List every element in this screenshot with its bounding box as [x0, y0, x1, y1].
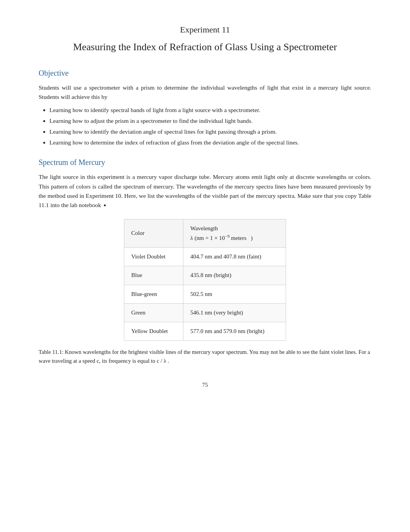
wavelength-cell: 577.0 nm and 579.0 nm (bright) — [183, 322, 286, 341]
wavelength-cell: 502.5 nm — [183, 285, 286, 303]
table-caption: Table 11.1: Known wavelengths for the br… — [39, 348, 371, 365]
objective-bullets: Learning how to identify spectral bands … — [39, 105, 371, 147]
page-title: Measuring the Index of Refraction of Gla… — [39, 39, 371, 55]
spectrum-heading: Spectrum of Mercury — [39, 156, 371, 168]
bullet-4: Learning how to determine the index of r… — [49, 138, 371, 147]
table-row: Yellow Doublet577.0 nm and 579.0 nm (bri… — [124, 322, 286, 341]
experiment-label: Experiment 11 — [39, 23, 371, 36]
color-cell: Green — [124, 303, 183, 322]
color-cell: Violet Doublet — [124, 248, 183, 266]
table-row: Blue435.8 nm (bright) — [124, 266, 286, 285]
wavelength-cell: 404.7 nm and 407.8 nm (faint) — [183, 248, 286, 266]
spectrum-table-wrapper: Color Wavelength λ (nm = 1 × 10−9 meters… — [39, 219, 371, 341]
bullet-3: Learning how to identify the deviation a… — [49, 127, 371, 136]
wavelength-cell: 435.8 nm (bright) — [183, 266, 286, 285]
table-row: Blue-green502.5 nm — [124, 285, 286, 303]
table-row: Violet Doublet404.7 nm and 407.8 nm (fai… — [124, 248, 286, 266]
spectrum-table: Color Wavelength λ (nm = 1 × 10−9 meters… — [124, 219, 286, 341]
color-cell: Yellow Doublet — [124, 322, 183, 341]
color-cell: Blue-green — [124, 285, 183, 303]
bullet-1: Learning how to identify spectral bands … — [49, 105, 371, 115]
spectrum-paragraph: The light source in this experiment is a… — [39, 172, 371, 209]
page-number: 75 — [39, 381, 371, 389]
col-header-wavelength: Wavelength λ (nm = 1 × 10−9 meters ) — [183, 219, 286, 248]
objective-heading: Objective — [39, 67, 371, 79]
bullet-2: Learning how to adjust the prism in a sp… — [49, 116, 371, 126]
objective-intro: Students will use a spectrometer with a … — [39, 83, 371, 102]
table-row: Green546.1 nm (very bright) — [124, 303, 286, 322]
col-header-color: Color — [124, 219, 183, 248]
color-cell: Blue — [124, 266, 183, 285]
wavelength-cell: 546.1 nm (very bright) — [183, 303, 286, 322]
